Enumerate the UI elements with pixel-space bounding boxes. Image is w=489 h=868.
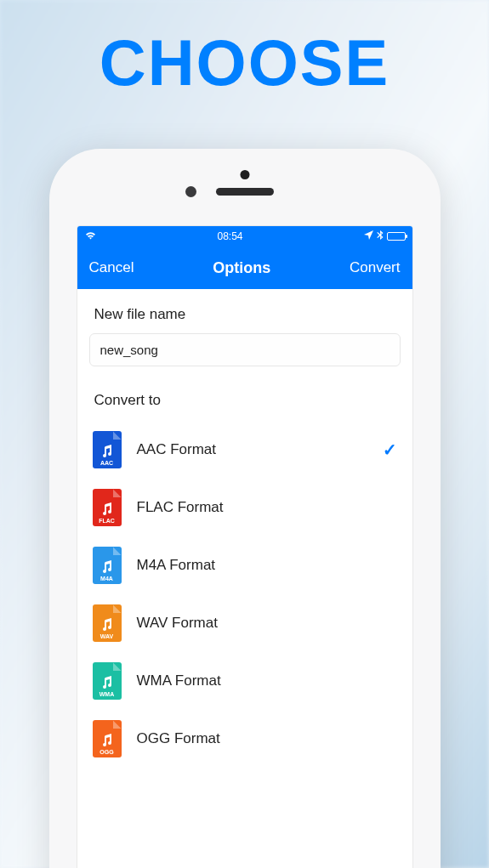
file-icon-flac: FLAC: [93, 489, 122, 526]
filename-input[interactable]: new_song: [89, 333, 401, 366]
filename-label: New file name: [77, 289, 412, 332]
file-icon-ogg: OGG: [93, 720, 122, 757]
phone-frame: 08:54 Cancel Options Convert New file na…: [49, 149, 441, 868]
convert-to-label: Convert to: [77, 375, 412, 417]
format-row-wma[interactable]: WMA WMA Format: [77, 652, 412, 710]
battery-icon: [387, 232, 406, 241]
status-time: 08:54: [217, 230, 242, 242]
file-icon-wav: WAV: [93, 604, 122, 642]
wifi-icon: [84, 230, 97, 242]
format-row-wav[interactable]: WAV WAV Format: [77, 594, 412, 652]
convert-button[interactable]: Convert: [350, 259, 401, 276]
format-list: AAC AAC Format ✓ FLAC FLAC Format M4A M4…: [77, 417, 412, 771]
format-label: WAV Format: [137, 615, 397, 632]
format-row-ogg[interactable]: OGG OGG Format: [77, 710, 412, 768]
phone-screen: 08:54 Cancel Options Convert New file na…: [77, 225, 413, 868]
location-icon: [364, 230, 373, 242]
phone-speaker: [216, 188, 274, 196]
bluetooth-icon: [377, 230, 384, 243]
file-icon-wma: WMA: [93, 662, 122, 700]
format-label: OGG Format: [137, 730, 397, 747]
file-icon-m4a: M4A: [93, 547, 122, 584]
phone-camera: [185, 186, 196, 197]
page-title: Options: [213, 259, 270, 277]
file-icon-aac: AAC: [93, 431, 122, 468]
format-label: FLAC Format: [137, 499, 397, 516]
format-label: M4A Format: [137, 557, 397, 574]
format-label: WMA Format: [137, 672, 397, 689]
phone-sensor: [240, 170, 249, 179]
format-row-aac[interactable]: AAC AAC Format ✓: [77, 421, 412, 479]
format-row-flac[interactable]: FLAC FLAC Format: [77, 479, 412, 536]
status-bar: 08:54: [77, 226, 412, 247]
checkmark-icon: ✓: [383, 440, 397, 460]
format-label: AAC Format: [137, 441, 367, 458]
format-row-m4a[interactable]: M4A M4A Format: [77, 536, 412, 594]
cancel-button[interactable]: Cancel: [89, 259, 134, 276]
hero-title: CHOOSE: [0, 26, 489, 99]
navigation-bar: Cancel Options Convert: [77, 247, 412, 289]
